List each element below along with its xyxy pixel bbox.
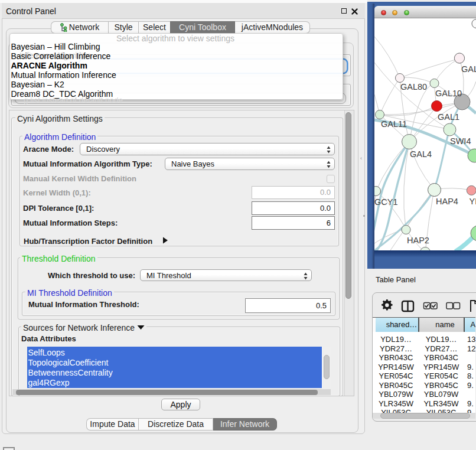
svg-text:GAL10: GAL10	[435, 89, 462, 98]
svg-text:GAL11: GAL11	[381, 119, 407, 129]
svg-text:YK: YK	[470, 197, 476, 206]
svg-text:GAL80: GAL80	[400, 82, 427, 92]
svg-text:HAP4: HAP4	[436, 197, 458, 206]
svg-text:GAL2: GAL2	[461, 64, 476, 74]
svg-text:SWI4: SWI4	[450, 136, 471, 146]
svg-text:GCY1: GCY1	[374, 197, 398, 207]
svg-text:HAP2: HAP2	[407, 236, 429, 245]
svg-text:GAL4: GAL4	[410, 149, 432, 159]
svg-text:GAL1: GAL1	[438, 112, 459, 122]
